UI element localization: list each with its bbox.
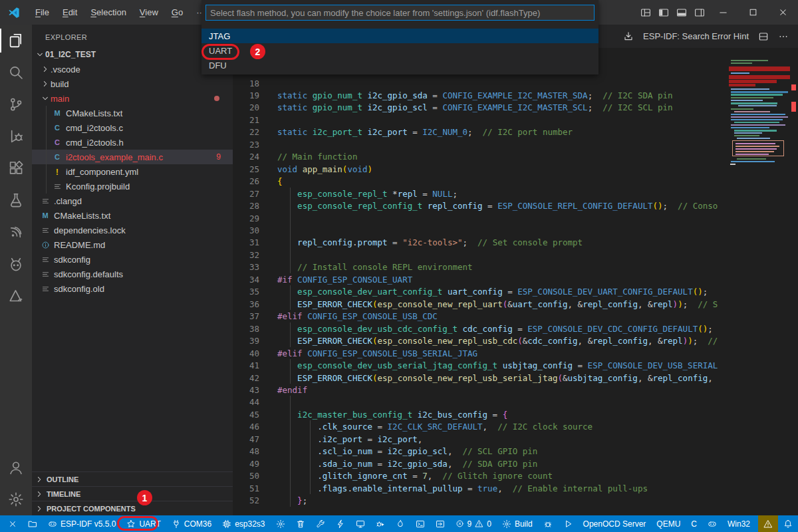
tree-item-readme-md[interactable]: README.md xyxy=(32,237,233,252)
status-serial-port[interactable]: COM36 xyxy=(166,515,217,532)
status-language-mode[interactable]: C xyxy=(686,515,702,532)
config-file-icon xyxy=(40,285,51,293)
status-copilot[interactable] xyxy=(702,515,722,532)
status-device-target[interactable]: esp32s3 xyxy=(217,515,270,532)
menu-file[interactable]: File xyxy=(29,5,55,19)
code-line-30: 30 xyxy=(233,224,729,237)
tree-item-cmd-i2ctools-c[interactable]: Ccmd_i2ctools.c xyxy=(32,120,233,135)
search-error-hint-label[interactable]: ESP-IDF: Search Error Hint xyxy=(643,31,749,41)
tree-item-kconfig-projbuild[interactable]: Kconfig.projbuild xyxy=(32,179,233,194)
line-number: 41 xyxy=(233,359,259,372)
activity-manage[interactable] xyxy=(0,483,32,515)
minimap[interactable] xyxy=(729,48,790,515)
status-openocd-server[interactable]: OpenOCD Server xyxy=(578,515,652,532)
plug-icon xyxy=(172,519,181,529)
layout-bottom-icon[interactable] xyxy=(672,0,690,25)
minimap-line xyxy=(731,127,769,128)
status-flash[interactable] xyxy=(331,515,350,532)
activity-testing[interactable] xyxy=(0,184,32,216)
debug-icon xyxy=(376,519,385,529)
menu-selection[interactable]: Selection xyxy=(84,5,132,19)
minimap-line xyxy=(734,122,779,123)
code-line-42: 42 ESP_ERROR_CHECK(esp_console_new_repl_… xyxy=(233,372,729,384)
line-number: 47 xyxy=(233,433,259,446)
line-number: 42 xyxy=(233,372,259,384)
status-project-folder[interactable] xyxy=(23,515,43,532)
status-build-tools[interactable] xyxy=(311,515,331,532)
status-debug-device[interactable] xyxy=(370,515,390,532)
tree-item-idf-component-yml[interactable]: !idf_component.yml xyxy=(32,164,233,179)
split-editor-icon[interactable] xyxy=(758,31,769,42)
quickpick-dropdown: Select flash method, you can modify the … xyxy=(201,0,598,74)
menu-go[interactable]: Go xyxy=(166,5,189,19)
tree-item-cmakelists-txt[interactable]: MCMakeLists.txt xyxy=(32,106,233,120)
tree-item-cmakelists-txt[interactable]: MCMakeLists.txt xyxy=(32,208,233,223)
tree-item-i2ctools-example-main-c[interactable]: Ci2ctools_example_main.c9 xyxy=(32,150,233,164)
status-new-terminal[interactable] xyxy=(430,515,450,532)
overview-ruler xyxy=(790,48,798,515)
status-idf-terminal[interactable] xyxy=(410,515,430,532)
code-editor[interactable]: 1819static gpio_num_t i2c_gpio_sda = CON… xyxy=(233,48,729,515)
status-idf-notification[interactable] xyxy=(758,515,778,532)
line-number: 38 xyxy=(233,323,259,335)
line-number: 23 xyxy=(233,138,259,151)
status-monitor-device[interactable] xyxy=(350,515,370,532)
chevron-right-icon xyxy=(40,65,51,74)
code-line-20: 20static gpio_num_t i2c_gpio_scl = CONFI… xyxy=(233,101,729,114)
status-full-clean[interactable] xyxy=(291,515,311,532)
line-number: 19 xyxy=(233,89,259,102)
status-notifications[interactable] xyxy=(778,515,798,532)
section-project-components[interactable]: PROJECT COMPONENTS xyxy=(32,501,233,515)
layout-left-icon[interactable] xyxy=(654,0,672,25)
cmake-icon: M xyxy=(52,109,63,117)
annotation-ellipse-uart-option xyxy=(201,44,239,60)
activity-esp-idf-explorer[interactable] xyxy=(0,216,32,248)
tree-item-sdkconfig-defaults[interactable]: sdkconfig.defaults xyxy=(32,267,233,281)
tree-item-dependencies-lock[interactable]: dependencies.lock xyxy=(32,223,233,237)
layout-right-icon[interactable] xyxy=(690,0,708,25)
status-debug-icon[interactable] xyxy=(538,515,558,532)
layout-grid-icon[interactable] xyxy=(636,0,654,25)
bolt-icon xyxy=(336,519,345,529)
section-timeline[interactable]: TIMELINE xyxy=(32,486,233,501)
status-build-flash-monitor[interactable] xyxy=(390,515,410,532)
status-menuconfig[interactable] xyxy=(271,515,291,532)
activity-explorer[interactable] xyxy=(0,25,32,57)
activity-extensions[interactable] xyxy=(0,152,32,184)
error-count-badge: 9 xyxy=(216,152,221,162)
activity-esp-components[interactable] xyxy=(0,280,32,312)
tree-item-sdkconfig-old[interactable]: sdkconfig.old xyxy=(32,281,233,296)
quickpick-item-jtag[interactable]: JTAG xyxy=(201,29,598,43)
line-number: 34 xyxy=(233,273,259,286)
activity-esp-debug[interactable] xyxy=(0,248,32,280)
code-line-25: 25void app_main(void) xyxy=(233,163,729,176)
status-qemu[interactable]: QEMU xyxy=(651,515,686,532)
section-outline[interactable]: OUTLINE xyxy=(32,471,233,486)
status-remote[interactable] xyxy=(3,515,23,532)
minimize-button[interactable] xyxy=(708,0,738,25)
tree-item--clangd[interactable]: .clangd xyxy=(32,194,233,208)
quickpick-item-dfu[interactable]: DFU xyxy=(201,58,598,72)
quickpick-input[interactable]: Select flash method, you can modify the … xyxy=(205,5,595,21)
activity-search[interactable] xyxy=(0,57,32,88)
tree-item-main[interactable]: main xyxy=(32,91,233,106)
more-actions-icon[interactable] xyxy=(778,31,789,42)
menu-edit[interactable]: Edit xyxy=(57,5,83,19)
flash-download-icon[interactable] xyxy=(623,31,634,42)
line-number: 31 xyxy=(233,236,259,249)
status-espidf-version[interactable]: ESP-IDF v5.5.0 xyxy=(43,515,121,532)
maximize-button[interactable] xyxy=(738,0,768,25)
status-run-task[interactable] xyxy=(558,515,578,532)
tree-item-sdkconfig[interactable]: sdkconfig xyxy=(32,252,233,267)
status-platform[interactable]: Win32 xyxy=(722,515,755,532)
activity-source-control[interactable] xyxy=(0,88,32,120)
menu-view[interactable]: View xyxy=(134,5,164,19)
minimap-line xyxy=(731,100,763,101)
tree-item-build[interactable]: build xyxy=(32,76,233,91)
status-problems[interactable]: 90 xyxy=(450,515,497,532)
tree-item-cmd-i2ctools-h[interactable]: Ccmd_i2ctools.h xyxy=(32,135,233,150)
activity-run-and-debug[interactable] xyxy=(0,120,32,152)
close-button[interactable] xyxy=(768,0,798,25)
status-build-task[interactable]: Build xyxy=(497,515,538,532)
activity-accounts[interactable] xyxy=(0,452,32,483)
